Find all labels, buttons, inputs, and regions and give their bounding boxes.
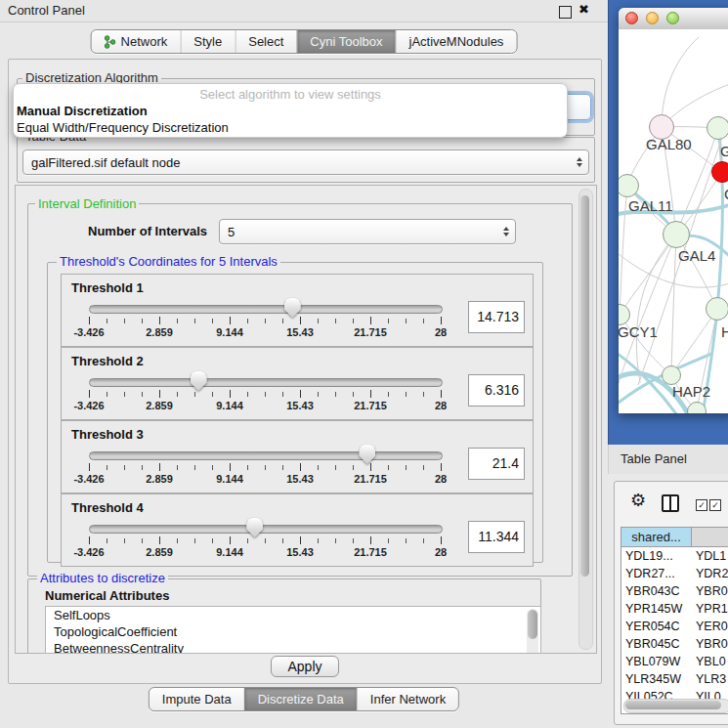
threshold-1-panel: Threshold 1 -3.4262.8599.14415.4321.7152… <box>61 274 534 347</box>
tick-label: -3.426 <box>73 473 104 485</box>
network-node[interactable] <box>706 297 728 321</box>
tick-label: 15.43 <box>286 326 314 338</box>
table-panel-body: ⚙ ✓ ✓ shared... na YDL19...YDL1 YDR27...… <box>608 474 728 728</box>
list-item[interactable]: TopologicalCoefficient <box>46 623 540 640</box>
table-row[interactable]: YBL079WYBL0 <box>621 653 728 670</box>
thresholds-group-label: Threshold's Coordinates for 5 Intervals <box>57 254 280 269</box>
slider-thumb[interactable] <box>284 298 301 318</box>
node-label: GA <box>720 143 728 159</box>
number-of-intervals-combobox[interactable]: 5 <box>219 219 516 244</box>
threshold-1-value-field[interactable]: 14.713 <box>468 301 525 333</box>
tab-style[interactable]: Style <box>180 30 235 53</box>
tab-label: Infer Network <box>370 688 446 710</box>
network-canvas[interactable]: GAL80 GA C GAL11 GAL4 GCY1 H HAP2 <box>619 29 728 413</box>
list-item[interactable]: BetweennessCentrality <box>46 640 540 654</box>
float-window-icon[interactable] <box>559 6 572 19</box>
slider-track[interactable] <box>89 378 443 387</box>
zoom-traffic-light-icon[interactable] <box>666 12 679 24</box>
tab-label: Discretize Data <box>258 688 344 710</box>
tab-network[interactable]: Network <box>92 30 181 53</box>
tab-infer-network[interactable]: Infer Network <box>357 688 458 710</box>
network-node[interactable] <box>663 221 690 248</box>
tab-label: Network <box>121 30 168 53</box>
slider-thumb[interactable] <box>246 518 263 537</box>
close-traffic-light-icon[interactable] <box>625 12 638 24</box>
slider-track[interactable] <box>89 525 443 534</box>
node-attribute-table: shared... na YDL19...YDL1 YDR27...YDR2 Y… <box>621 527 728 714</box>
tick-label: 9.144 <box>216 546 243 558</box>
slider-thumb[interactable] <box>359 445 375 464</box>
network-node[interactable] <box>707 116 728 140</box>
tick-label: 28 <box>435 546 447 558</box>
table-data-combobox[interactable]: galFiltered.sif default node <box>22 150 589 175</box>
settings-scrollbar[interactable] <box>578 189 593 650</box>
tab-label: Impute Data <box>162 688 232 710</box>
slider-track[interactable] <box>89 451 443 460</box>
tick-label: 28 <box>435 473 447 485</box>
network-window-frame: GAL80 GA C GAL11 GAL4 GCY1 H HAP2 <box>608 0 728 445</box>
tick-label: 21.715 <box>354 326 387 338</box>
column-header-shared-name[interactable]: shared... <box>621 528 692 547</box>
threshold-4-panel: Threshold 4 -3.4262.8599.14415.4321.7152… <box>61 493 534 567</box>
minimize-traffic-light-icon[interactable] <box>646 12 659 24</box>
node-label: GAL11 <box>628 197 673 214</box>
threshold-4-value-field[interactable]: 11.344 <box>468 521 525 553</box>
table-row[interactable]: YER054CYER0 <box>621 618 728 635</box>
tab-impute-data[interactable]: Impute Data <box>150 688 244 710</box>
network-node[interactable] <box>662 365 681 385</box>
bottom-tab-bar: Impute Data Discretize Data Infer Networ… <box>149 687 459 711</box>
panel-title: Control Panel <box>8 3 85 18</box>
slider-thumb[interactable] <box>191 371 207 391</box>
threshold-2-slider[interactable]: -3.4262.8599.14415.4321.71528 <box>62 348 533 419</box>
dropdown-option-equal-width[interactable]: Equal Width/Frequency Discretization <box>14 119 567 136</box>
node-label: GCY1 <box>619 323 658 340</box>
slider-major-ticks <box>89 463 442 471</box>
threshold-3-panel: Threshold 3 -3.4262.8599.14415.4321.7152… <box>61 420 534 493</box>
table-horizontal-scrollbar[interactable] <box>623 699 728 713</box>
tick-label: -3.426 <box>73 546 104 558</box>
slider-track[interactable] <box>89 305 443 314</box>
gear-icon[interactable]: ⚙ <box>630 490 646 511</box>
tab-cyni-toolbox[interactable]: Cyni Toolbox <box>296 30 395 53</box>
slider-major-ticks <box>89 390 442 398</box>
split-columns-icon[interactable] <box>662 494 679 512</box>
tick-label: 15.43 <box>286 400 314 411</box>
tick-label: 21.715 <box>354 400 387 411</box>
node-label: GAL4 <box>678 247 715 264</box>
combo-spinner-icon <box>577 157 588 167</box>
threshold-3-value-field[interactable]: 21.4 <box>468 448 525 480</box>
table-row[interactable]: YDL19...YDL1 <box>621 547 728 565</box>
tab-select[interactable]: Select <box>235 30 296 53</box>
tab-discretize-data[interactable]: Discretize Data <box>244 688 357 710</box>
table-row[interactable]: YBR045CYBR0 <box>621 635 728 653</box>
table-panel-titlebar: Table Panel <box>608 445 728 475</box>
tab-jactivemnodules[interactable]: jActiveMNodules <box>396 30 517 53</box>
threshold-2-value-field[interactable]: 6.316 <box>468 374 525 407</box>
dropdown-option-manual[interactable]: Manual Discretization <box>14 103 567 119</box>
threshold-4-slider[interactable]: -3.4262.8599.14415.4321.71528 <box>62 494 533 566</box>
threshold-3-slider[interactable]: -3.4262.8599.14415.4321.71528 <box>62 421 533 492</box>
combo-spinner-icon <box>503 227 515 236</box>
table-row[interactable]: YDR27...YDR2 <box>621 565 728 582</box>
table-row[interactable]: YLR345WYLR3 <box>621 670 728 688</box>
table-row[interactable]: YPR145WYPR1 <box>621 600 728 618</box>
numerical-attributes-label: Numerical Attributes <box>45 588 169 603</box>
table-row[interactable]: YBR043CYBR0 <box>621 582 728 600</box>
checkbox-icon[interactable]: ✓ <box>709 499 721 511</box>
tick-label: 28 <box>435 326 447 338</box>
column-header-name[interactable]: na <box>692 528 728 547</box>
list-scrollbar[interactable] <box>527 609 538 654</box>
network-icon <box>105 35 116 49</box>
tick-label: 21.715 <box>354 473 387 485</box>
tick-label: -3.426 <box>73 326 104 338</box>
tick-label: 15.43 <box>286 546 314 558</box>
apply-button[interactable]: Apply <box>271 656 339 677</box>
control-panel-window: Control Panel ✖ Network Style Select Cyn… <box>0 0 608 728</box>
close-icon[interactable]: ✖ <box>578 2 589 17</box>
threshold-1-slider[interactable]: -3.4262.8599.14415.4321.71528 <box>62 275 533 346</box>
list-item[interactable]: SelfLoops <box>46 607 540 623</box>
network-node-highlighted[interactable] <box>711 161 728 183</box>
interval-definition-label: Interval Definition <box>35 196 139 211</box>
tab-label: Style <box>193 30 222 53</box>
checkbox-icon[interactable]: ✓ <box>696 499 707 511</box>
